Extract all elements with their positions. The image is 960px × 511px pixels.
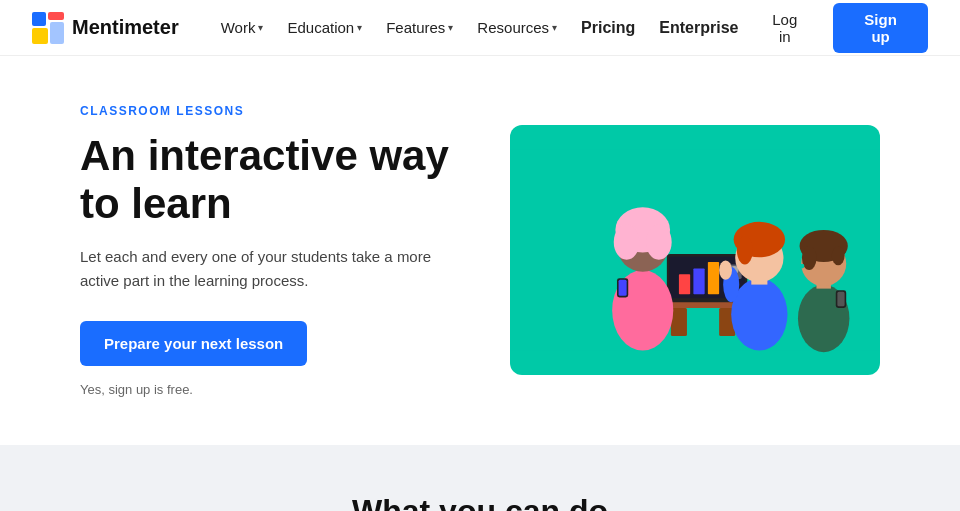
svg-rect-11 [693, 269, 704, 295]
login-button[interactable]: Log in [748, 3, 821, 53]
nav-item-resources[interactable]: Resources ▾ [467, 11, 567, 44]
svg-rect-37 [837, 292, 844, 306]
hero-section: CLASSROOM LESSONS An interactive way to … [0, 56, 960, 445]
nav-actions: Log in Sign up [748, 3, 928, 53]
hero-image [510, 125, 880, 375]
svg-point-18 [614, 225, 640, 260]
svg-rect-10 [679, 274, 690, 294]
bottom-title: What you can do [32, 493, 928, 511]
svg-point-28 [719, 261, 732, 280]
svg-rect-21 [619, 280, 627, 296]
logo-text: Mentimeter [72, 16, 179, 39]
chevron-down-icon: ▾ [357, 22, 362, 33]
svg-rect-3 [50, 22, 64, 44]
svg-point-19 [646, 225, 672, 260]
chevron-down-icon: ▾ [552, 22, 557, 33]
hero-illustration [510, 125, 880, 375]
chevron-down-icon: ▾ [448, 22, 453, 33]
nav-item-education[interactable]: Education ▾ [277, 11, 372, 44]
hero-content: CLASSROOM LESSONS An interactive way to … [80, 104, 450, 397]
svg-rect-12 [708, 262, 719, 294]
svg-point-22 [731, 278, 787, 350]
logo-icon [32, 12, 64, 44]
hero-description: Let each and every one of your students … [80, 245, 440, 293]
hero-note: Yes, sign up is free. [80, 382, 450, 397]
navbar: Mentimeter Work ▾ Education ▾ Features ▾… [0, 0, 960, 56]
svg-point-35 [800, 264, 805, 269]
svg-rect-2 [32, 28, 48, 44]
nav-item-work[interactable]: Work ▾ [211, 11, 274, 44]
nav-item-features[interactable]: Features ▾ [376, 11, 463, 44]
hero-title: An interactive way to learn [80, 132, 450, 229]
nav-item-enterprise[interactable]: Enterprise [649, 11, 748, 45]
svg-point-26 [737, 236, 753, 265]
cta-button[interactable]: Prepare your next lesson [80, 321, 307, 366]
logo[interactable]: Mentimeter [32, 12, 179, 44]
svg-rect-1 [48, 12, 64, 20]
nav-item-pricing[interactable]: Pricing [571, 11, 645, 45]
signup-button[interactable]: Sign up [833, 3, 928, 53]
bottom-section: What you can do [0, 445, 960, 511]
nav-links: Work ▾ Education ▾ Features ▾ Resources … [211, 11, 749, 45]
svg-point-34 [832, 246, 845, 265]
hero-tag: CLASSROOM LESSONS [80, 104, 450, 118]
chevron-down-icon: ▾ [258, 22, 263, 33]
svg-rect-6 [671, 308, 687, 336]
svg-rect-0 [32, 12, 46, 26]
